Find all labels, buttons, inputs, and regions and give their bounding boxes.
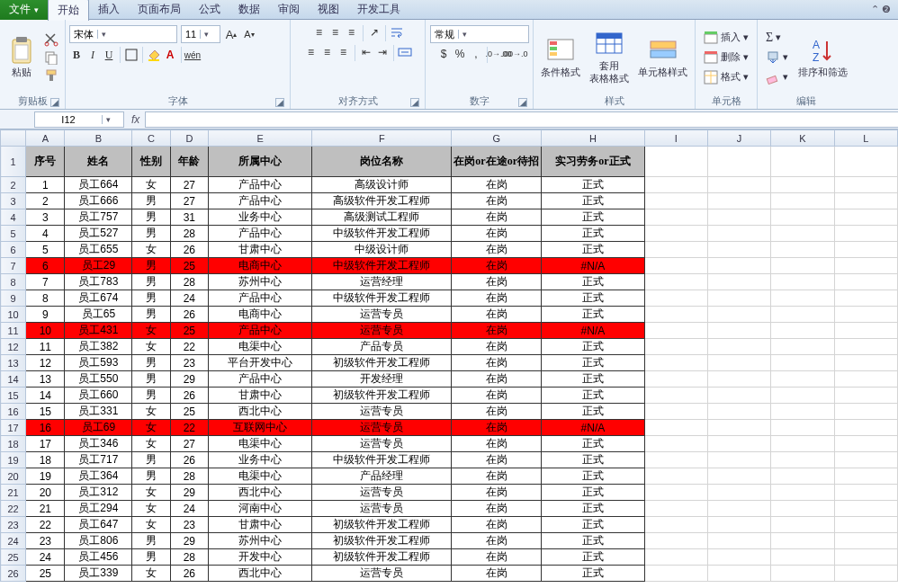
row-header[interactable]: 3 [1,193,26,209]
cell[interactable]: 女 [132,566,170,582]
column-header[interactable]: K [771,130,834,147]
row-header[interactable]: 19 [1,452,26,468]
dialog-launcher-icon[interactable]: ◢ [275,98,284,107]
row-header[interactable]: 16 [1,404,26,420]
ribbon-tab[interactable]: 开发工具 [348,0,409,21]
cell[interactable] [707,323,770,339]
cell[interactable]: 3 [26,209,65,226]
cell[interactable]: 运营专员 [312,501,452,517]
row-header[interactable]: 10 [1,307,26,323]
align-center-button[interactable]: ≡ [320,45,335,59]
cell[interactable]: 员工431 [65,323,132,339]
cell[interactable]: 在岗 [452,517,542,533]
cell[interactable]: 24 [170,501,208,517]
cell[interactable]: 员工69 [65,420,132,436]
cell[interactable]: 17 [26,436,65,452]
cell[interactable]: 26 [170,242,208,258]
cell[interactable]: 2 [26,193,65,209]
table-header-cell[interactable]: 姓名 [65,147,132,177]
cell[interactable] [644,242,707,258]
row-header[interactable]: 15 [1,388,26,404]
align-left-button[interactable]: ≡ [304,45,319,59]
cell[interactable]: 正式 [542,485,645,501]
dialog-launcher-icon[interactable]: ◢ [518,98,527,107]
dialog-launcher-icon[interactable]: ◢ [410,98,419,107]
cell[interactable] [771,290,834,307]
cell[interactable]: 甘肃中心 [209,517,312,533]
cell[interactable] [834,404,897,420]
cell[interactable]: 产品中心 [209,371,312,388]
cell[interactable]: 开发中心 [209,549,312,566]
cell[interactable]: 正式 [542,468,645,485]
cell[interactable]: 员工757 [65,209,132,226]
cell[interactable]: 员工331 [65,404,132,420]
cell[interactable]: 员工647 [65,517,132,533]
cell[interactable]: 正式 [542,549,645,566]
cell[interactable] [834,177,897,193]
phonetic-button[interactable]: wén [185,48,200,62]
cell[interactable] [644,193,707,209]
cell[interactable]: 正式 [542,501,645,517]
cell[interactable]: 在岗 [452,209,542,226]
select-all-corner[interactable] [1,130,26,147]
cell[interactable] [644,566,707,582]
cell[interactable]: 员工382 [65,339,132,355]
cell[interactable]: 高级测试工程师 [312,209,452,226]
cell[interactable]: 电商中心 [209,307,312,323]
cell[interactable] [771,566,834,582]
clear-button[interactable]: ▾ [763,69,791,85]
cell[interactable]: 22 [170,420,208,436]
delete-cells-button[interactable]: 删除 ▾ [701,49,751,66]
cell[interactable]: 15 [26,404,65,420]
row-header[interactable]: 2 [1,177,26,193]
cell[interactable]: 在岗 [452,242,542,258]
cell[interactable] [644,323,707,339]
cell[interactable] [834,388,897,404]
name-box[interactable]: ▾ [34,111,124,128]
cell[interactable] [707,242,770,258]
cell[interactable]: 甘肃中心 [209,388,312,404]
cell[interactable] [834,371,897,388]
cell[interactable]: 31 [170,209,208,226]
cell[interactable] [834,355,897,371]
cell[interactable]: 女 [132,339,170,355]
cell[interactable]: 28 [170,226,208,242]
cell[interactable]: 正式 [542,388,645,404]
cell[interactable]: 电渠中心 [209,436,312,452]
cell[interactable] [771,404,834,420]
cell[interactable]: 在岗 [452,226,542,242]
row-header[interactable]: 4 [1,209,26,226]
cell[interactable]: 互联网中心 [209,420,312,436]
copy-button[interactable] [41,49,61,66]
cell[interactable]: 中级软件开发工程师 [312,290,452,307]
cell[interactable] [771,533,834,549]
cell[interactable]: 初级软件开发工程师 [312,355,452,371]
cell[interactable]: 在岗 [452,501,542,517]
cell[interactable]: 28 [170,549,208,566]
ribbon-tab[interactable]: 插入 [89,0,129,21]
cell[interactable]: #N/A [542,420,645,436]
cell[interactable]: 运营专员 [312,420,452,436]
cell[interactable] [771,355,834,371]
cell[interactable]: 男 [132,193,170,209]
cell[interactable] [834,242,897,258]
cell[interactable]: 正式 [542,226,645,242]
cell[interactable]: 19 [26,468,65,485]
column-header[interactable]: I [644,130,707,147]
cell[interactable] [771,452,834,468]
cell[interactable]: 29 [170,371,208,388]
cell[interactable]: 正式 [542,209,645,226]
cell[interactable]: 员工339 [65,566,132,582]
cell[interactable]: 9 [26,307,65,323]
cell[interactable]: 25 [26,566,65,582]
cell[interactable] [834,258,897,274]
cell[interactable]: 6 [26,258,65,274]
cell[interactable] [834,339,897,355]
cell[interactable]: 正式 [542,517,645,533]
cell[interactable]: 西北中心 [209,485,312,501]
ribbon-tab[interactable]: 公式 [190,0,229,21]
cell[interactable] [834,323,897,339]
cell[interactable] [834,436,897,452]
cell[interactable]: 男 [132,355,170,371]
cell[interactable]: 12 [26,355,65,371]
